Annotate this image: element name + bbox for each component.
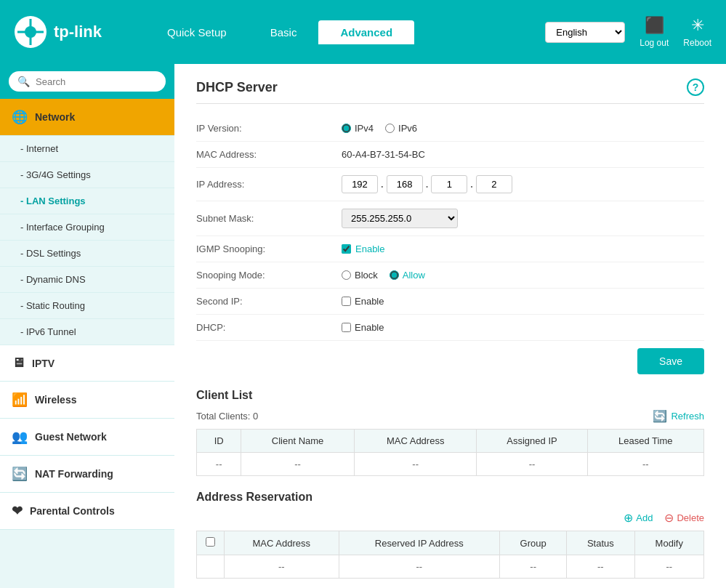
ip-address-row: IP Address: . . .: [196, 168, 704, 201]
sidebar-item-iptv[interactable]: 🖥 IPTV: [0, 345, 174, 382]
logout-button[interactable]: ⬛ Log out: [640, 16, 669, 48]
dhcp-value: Enable: [342, 322, 704, 333]
dhcp-checkbox[interactable]: [342, 323, 351, 332]
logout-icon: ⬛: [645, 16, 664, 35]
cell-time: --: [587, 453, 703, 476]
add-button[interactable]: ⊕ Add: [624, 511, 653, 525]
sidebar-item-dsl-settings[interactable]: - DSL Settings: [0, 241, 174, 267]
sidebar-label-nat: NAT Forwarding: [35, 468, 113, 480]
ipv6-radio-label[interactable]: IPv6: [385, 123, 417, 134]
sidebar-item-dynamic-dns[interactable]: - Dynamic DNS: [0, 267, 174, 293]
ipv6-radio[interactable]: [385, 124, 395, 133]
addr-reservation-title: Address Reservation: [196, 491, 704, 504]
snooping-allow-text: Allow: [403, 270, 425, 281]
add-icon: ⊕: [624, 511, 633, 525]
snooping-radio-group: Block Allow: [342, 270, 425, 281]
igmp-row: IGMP Snooping: Enable: [196, 236, 704, 262]
parental-icon: ❤: [12, 503, 23, 519]
sidebar-item-parental-controls[interactable]: ❤ Parental Controls: [0, 493, 174, 530]
cell-res-ip: --: [339, 555, 500, 579]
ip-octet-4[interactable]: [476, 175, 512, 193]
sidebar-label-iptv: IPTV: [32, 358, 55, 369]
delete-button[interactable]: ⊖ Delete: [664, 511, 704, 525]
reboot-icon: ✳: [691, 16, 704, 35]
ip-version-value: IPv4 IPv6: [342, 123, 704, 134]
second-ip-enable-text: Enable: [355, 296, 384, 307]
addr-reservation-header: ⊕ Add ⊖ Delete: [196, 511, 704, 525]
help-icon[interactable]: ?: [687, 78, 704, 96]
ip-dot-3: .: [470, 179, 473, 190]
reboot-label: Reboot: [683, 38, 711, 48]
col-mac-address: MAC Address: [354, 430, 476, 453]
sidebar-item-lan-settings[interactable]: - LAN Settings: [0, 188, 174, 214]
ipv4-radio-label[interactable]: IPv4: [342, 123, 374, 134]
ipv6-label: IPv6: [398, 123, 417, 134]
dhcp-section-title: DHCP Server ?: [196, 78, 704, 104]
tab-basic[interactable]: Basic: [249, 20, 319, 44]
ipv4-radio[interactable]: [342, 124, 351, 133]
sidebar-label-network: Network: [35, 111, 75, 123]
ip-input-group: . . .: [342, 175, 512, 193]
ip-octet-3[interactable]: [431, 175, 467, 193]
sidebar-label-wireless: Wireless: [35, 394, 76, 406]
refresh-button[interactable]: 🔄 Refresh: [653, 409, 704, 423]
subnet-label: Subnet Mask:: [196, 213, 342, 224]
cell-res-mac: --: [225, 555, 339, 579]
subnet-row: Subnet Mask: 255.255.255.0 255.255.0.0 2…: [196, 201, 704, 236]
sidebar-item-ipv6-tunnel[interactable]: - IPv6 Tunnel: [0, 319, 174, 345]
sidebar-item-guest-network[interactable]: 👥 Guest Network: [0, 419, 174, 456]
ip-address-label: IP Address:: [196, 179, 342, 190]
sidebar-item-interface-grouping[interactable]: - Interface Grouping: [0, 214, 174, 241]
sidebar-label-parental: Parental Controls: [30, 505, 115, 517]
second-ip-value: Enable: [342, 296, 704, 307]
sidebar-item-nat-forwarding[interactable]: 🔄 NAT Forwarding: [0, 456, 174, 493]
refresh-icon: 🔄: [653, 409, 667, 423]
snooping-allow-radio[interactable]: [390, 270, 399, 280]
cell-res-group: --: [500, 555, 567, 579]
col-id: ID: [197, 430, 241, 453]
sidebar-item-static-routing[interactable]: - Static Routing: [0, 293, 174, 319]
reboot-button[interactable]: ✳ Reboot: [683, 16, 711, 48]
cell-id: --: [197, 453, 241, 476]
second-ip-label: Second IP:: [196, 296, 342, 307]
tab-advanced[interactable]: Advanced: [318, 20, 414, 44]
second-ip-enable-label[interactable]: Enable: [342, 296, 384, 307]
search-input[interactable]: [36, 76, 158, 87]
subnet-select[interactable]: 255.255.255.0 255.255.0.0 255.0.0.0: [342, 209, 458, 228]
network-submenu: - Internet - 3G/4G Settings - LAN Settin…: [0, 136, 174, 345]
col-res-ip: Reserved IP Address: [339, 531, 500, 555]
dhcp-enable-label[interactable]: Enable: [342, 322, 384, 333]
mac-address-value: 60-A4-B7-31-54-BC: [342, 149, 704, 160]
snooping-mode-label: Snooping Mode:: [196, 270, 342, 281]
select-all-checkbox[interactable]: [206, 537, 215, 547]
snooping-block-label[interactable]: Block: [342, 270, 378, 281]
save-button[interactable]: Save: [637, 348, 704, 374]
col-status: Status: [567, 531, 634, 555]
igmp-enable-text: Enable: [355, 243, 384, 254]
sidebar-item-network[interactable]: 🌐 Network: [0, 99, 174, 136]
dhcp-title-text: DHCP Server: [196, 80, 278, 95]
second-ip-checkbox[interactable]: [342, 297, 351, 306]
mac-address-label: MAC Address:: [196, 149, 342, 160]
logo: tp-link: [15, 16, 102, 48]
col-leased-time: Leased Time: [587, 430, 703, 453]
igmp-enable-label[interactable]: Enable: [342, 243, 384, 254]
ip-octet-2[interactable]: [387, 175, 423, 193]
client-list-table: ID Client Name MAC Address Assigned IP L…: [196, 429, 704, 476]
sidebar-item-wireless[interactable]: 📶 Wireless: [0, 382, 174, 419]
igmp-checkbox[interactable]: [342, 244, 351, 254]
language-select[interactable]: English Chinese: [545, 22, 625, 43]
cell-res-status: --: [567, 555, 634, 579]
table-row: -- -- -- -- --: [197, 555, 704, 579]
snooping-block-radio[interactable]: [342, 270, 351, 280]
tab-quick-setup[interactable]: Quick Setup: [145, 20, 249, 44]
ip-version-row: IP Version: IPv4 IPv6: [196, 116, 704, 142]
ip-octet-1[interactable]: [342, 175, 378, 193]
cell-name: --: [241, 453, 355, 476]
snooping-allow-label[interactable]: Allow: [390, 270, 425, 281]
col-group: Group: [500, 531, 567, 555]
ip-version-label: IP Version:: [196, 123, 342, 134]
sidebar-item-3g4g[interactable]: - 3G/4G Settings: [0, 162, 174, 188]
sidebar-item-internet[interactable]: - Internet: [0, 136, 174, 162]
dhcp-row: DHCP: Enable: [196, 315, 704, 341]
